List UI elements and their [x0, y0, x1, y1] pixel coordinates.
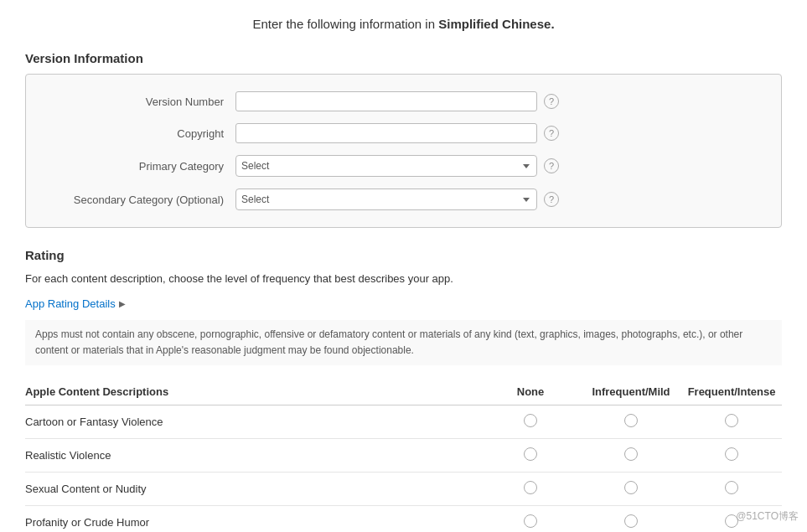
rating-description: For each content description, choose the…: [25, 271, 782, 287]
version-number-row: Version Number ?: [51, 91, 756, 111]
secondary-category-select[interactable]: Select: [235, 189, 537, 210]
language-emphasis: Simplified Chinese.: [438, 17, 554, 31]
app-rating-details-arrow: ▶: [119, 299, 126, 308]
row-frequent-2: [681, 472, 782, 505]
version-number-label: Version Number: [51, 96, 235, 108]
version-number-input[interactable]: [235, 91, 537, 111]
primary-category-help-icon[interactable]: ?: [544, 158, 559, 173]
copyright-help-icon[interactable]: ?: [544, 126, 559, 141]
radio-infrequent-3[interactable]: [624, 514, 638, 528]
version-section-box: Version Number ? Copyright ? Primary Cat…: [25, 74, 782, 228]
secondary-category-help-icon[interactable]: ?: [544, 192, 559, 207]
radio-none-1[interactable]: [524, 447, 537, 461]
radio-infrequent-2[interactable]: [624, 481, 638, 494]
table-row: Realistic Violence: [25, 438, 782, 472]
page-header: Enter the following information in Simpl…: [25, 17, 782, 31]
table-row: Cartoon or Fantasy Violence: [25, 405, 782, 438]
row-none-0: [480, 405, 581, 438]
table-row: Profanity or Crude Humor: [25, 505, 782, 532]
radio-infrequent-1[interactable]: [624, 447, 638, 461]
app-rating-details-link[interactable]: App Rating Details ▶: [25, 297, 126, 310]
row-infrequent-1: [581, 438, 681, 472]
row-description-3: Profanity or Crude Humor: [25, 505, 480, 532]
secondary-category-row: Secondary Category (Optional) Select ?: [51, 189, 756, 210]
row-none-2: [480, 472, 581, 505]
watermark-label: @51CTO博客: [736, 509, 799, 524]
table-row: Sexual Content or Nudity: [25, 472, 782, 505]
version-information-section: Version Information Version Number ? Cop…: [25, 51, 782, 228]
row-frequent-1: [681, 438, 782, 472]
version-section-title: Version Information: [25, 51, 782, 65]
row-infrequent-3: [581, 505, 681, 532]
col-header-none: None: [480, 379, 581, 405]
radio-none-0[interactable]: [524, 414, 537, 427]
row-description-1: Realistic Violence: [25, 438, 480, 472]
radio-frequent-2[interactable]: [725, 481, 738, 494]
row-none-3: [480, 505, 581, 532]
copyright-row: Copyright ?: [51, 123, 756, 143]
rating-section: Rating For each content description, cho…: [25, 248, 782, 532]
table-header-row: Apple Content Descriptions None Infreque…: [25, 379, 782, 405]
row-infrequent-2: [581, 472, 681, 505]
radio-frequent-0[interactable]: [725, 414, 738, 427]
row-description-0: Cartoon or Fantasy Violence: [25, 405, 480, 438]
col-header-frequent: Frequent/Intense: [681, 379, 782, 405]
primary-category-select[interactable]: Select: [235, 155, 537, 177]
col-header-infrequent: Infrequent/Mild: [581, 379, 681, 405]
row-description-2: Sexual Content or Nudity: [25, 472, 480, 505]
copyright-input[interactable]: [235, 123, 537, 143]
copyright-label: Copyright: [51, 127, 235, 140]
version-number-help-icon[interactable]: ?: [544, 94, 559, 109]
col-header-descriptions: Apple Content Descriptions: [25, 379, 480, 405]
radio-none-2[interactable]: [524, 481, 537, 494]
rating-notice: Apps must not contain any obscene, porno…: [25, 320, 782, 365]
row-infrequent-0: [581, 405, 681, 438]
radio-frequent-1[interactable]: [725, 447, 738, 461]
secondary-category-label: Secondary Category (Optional): [51, 194, 235, 206]
row-frequent-0: [681, 405, 782, 438]
row-none-1: [480, 438, 581, 472]
content-descriptions-table: Apple Content Descriptions None Infreque…: [25, 379, 782, 532]
primary-category-label: Primary Category: [51, 160, 235, 173]
radio-none-3[interactable]: [524, 514, 537, 528]
primary-category-row: Primary Category Select ?: [51, 155, 756, 177]
app-rating-details-label: App Rating Details: [25, 297, 116, 310]
rating-section-title: Rating: [25, 248, 782, 262]
radio-infrequent-0[interactable]: [624, 414, 638, 427]
